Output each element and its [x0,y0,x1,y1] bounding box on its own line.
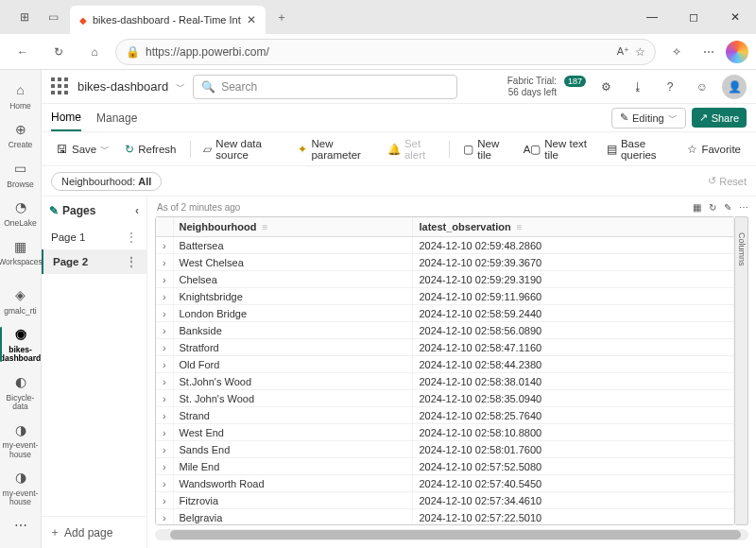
avatar[interactable]: 👤 [722,75,747,99]
expand-icon[interactable]: › [156,322,173,339]
page-item-1[interactable]: Page 1⋮ [42,225,146,249]
share-button[interactable]: ↗Share [692,108,747,128]
columns-handle[interactable]: Columns [735,216,748,525]
scrollbar-thumb[interactable] [170,530,741,539]
expand-icon[interactable]: › [156,237,173,254]
app-launcher-icon[interactable] [51,77,70,96]
expand-icon[interactable]: › [156,492,173,509]
favorite-button[interactable]: ☆Favorite [681,140,747,159]
settings-icon[interactable]: ⚙ [593,75,618,99]
new-text-tile-button[interactable]: A▢New text tile [518,135,597,163]
extensions-icon[interactable]: ✧ [662,37,692,67]
reader-icon[interactable]: A⁺ [617,45,629,58]
tab-overview-icon[interactable]: ▭ [45,9,60,25]
expand-icon[interactable]: › [156,458,173,475]
profile-icon[interactable]: ⊞ [17,9,32,25]
table-row[interactable]: ›Fitzrovia2024-12-10 02:57:34.4610 [156,492,734,509]
expand-icon[interactable]: › [156,475,173,492]
table-row[interactable]: ›Battersea2024-12-10 02:59:48.2860 [156,237,734,254]
rail-browse[interactable]: ▭Browse [0,156,42,193]
close-tab-icon[interactable]: ✕ [247,13,256,26]
menu-icon[interactable]: ⋯ [694,37,724,67]
page-item-2[interactable]: Page 2⋮ [42,249,146,274]
help-icon[interactable]: ? [658,75,682,99]
table-row[interactable]: ›Mile End2024-12-10 02:57:52.5080 [156,458,734,475]
close-button[interactable]: ✕ [714,2,756,32]
table-row[interactable]: ›St.John's Wood2024-12-10 02:58:38.0140 [156,373,734,390]
expand-icon[interactable]: › [156,288,173,305]
column-menu-icon[interactable]: ≡ [262,222,267,232]
base-queries-button[interactable]: ▤Base queries [601,135,679,163]
refresh-button[interactable]: ↻Refresh [119,140,181,159]
expand-icon[interactable]: › [156,390,173,407]
copilot-icon[interactable] [726,41,748,63]
chevron-down-icon[interactable]: ﹀ [176,80,185,94]
data-table[interactable]: Neighbourhood≡ latest_observation≡ ›Batt… [155,216,735,525]
more-icon[interactable]: ⋮ [126,231,137,244]
search-input[interactable]: 🔍 Search [193,75,457,99]
table-row[interactable]: ›Belgravia2024-12-10 02:57:22.5010 [156,509,734,526]
grid-icon[interactable]: ▦ [693,202,701,213]
maximize-button[interactable]: ◻ [673,2,714,32]
table-row[interactable]: ›West End2024-12-10 02:58:10.8800 [156,424,734,441]
browser-tab[interactable]: ◆ bikes-dashboard - Real-Time Int ✕ [70,6,266,34]
rail-onelake[interactable]: ◔OneLake [0,195,42,231]
url-input[interactable]: 🔒 https://app.powerbi.com/ A⁺ ☆ [115,39,656,65]
rail-bicycle-data[interactable]: ◐Bicycle-data [0,369,42,416]
rail-eventhouse-1[interactable]: ◑my-event-house [0,417,42,463]
download-icon[interactable]: ⭳ [626,75,650,99]
new-parameter-button[interactable]: ✦New parameter [292,135,377,163]
rail-create[interactable]: ⊕Create [0,116,42,153]
column-menu-icon[interactable]: ≡ [517,222,523,232]
reset-filters-button[interactable]: ↺Reset [708,175,747,187]
table-row[interactable]: ›Sands End2024-12-10 02:58:01.7600 [156,441,734,458]
table-row[interactable]: ›Strand2024-12-10 02:58:25.7640 [156,407,734,424]
expand-icon[interactable]: › [156,339,173,356]
back-button[interactable]: ← [8,37,38,67]
table-row[interactable]: ›St. John's Wood2024-12-10 02:58:35.0940 [156,390,734,407]
workspace-name[interactable]: bikes-dashboard [77,79,168,94]
expand-icon[interactable]: › [156,509,173,526]
expand-icon[interactable]: › [156,424,173,441]
minimize-button[interactable]: — [631,2,673,32]
edit-visual-icon[interactable]: ✎ [724,202,731,213]
expand-icon[interactable]: › [156,356,173,373]
horizontal-scrollbar[interactable] [155,529,748,540]
table-row[interactable]: ›Stratford2024-12-10 02:58:47.1160 [156,339,734,356]
rail-more[interactable]: ⋯ [0,513,42,541]
expand-icon[interactable]: › [156,373,173,390]
more-icon[interactable]: ⋮ [126,255,137,268]
new-tile-button[interactable]: ▢New tile [457,135,513,163]
home-button[interactable]: ⌂ [79,37,110,67]
expand-icon[interactable]: › [156,441,173,458]
rail-eventhouse-2[interactable]: ◑my-event-house [0,465,42,511]
feedback-icon[interactable]: ☺ [690,75,714,99]
tab-manage[interactable]: Manage [96,106,137,130]
table-row[interactable]: ›Bankside2024-12-10 02:58:56.0890 [156,322,734,339]
trial-status[interactable]: Fabric Trial:56 days left [507,76,557,98]
expand-icon[interactable]: › [156,254,173,271]
new-data-source-button[interactable]: ▱New data source [198,135,288,163]
more-visual-icon[interactable]: ⋯ [739,202,748,213]
editing-dropdown[interactable]: ✎Editing﹀ [611,108,686,128]
table-row[interactable]: ›Chelsea2024-12-10 02:59:29.3190 [156,271,734,288]
table-row[interactable]: ›Wandsworth Road2024-12-10 02:57:40.5450 [156,475,734,492]
col-latest[interactable]: latest_observation≡ [413,217,734,237]
neighbourhood-filter[interactable]: Neighbourhood: All [51,172,162,191]
collapse-icon[interactable]: ‹ [135,204,139,217]
expand-icon[interactable]: › [156,407,173,424]
add-page-button[interactable]: ＋Add page [42,516,146,548]
expand-icon[interactable]: › [156,305,173,322]
tab-home[interactable]: Home [51,105,81,131]
rail-bikes-dashboard[interactable]: ◉bikes-dashboard [0,321,42,368]
refresh-button[interactable]: ↻ [43,37,74,67]
rail-home[interactable]: ⌂Home [0,77,42,114]
table-row[interactable]: ›Old Ford2024-12-10 02:58:44.2380 [156,356,734,373]
save-button[interactable]: 🖫Save﹀ [51,140,115,159]
col-neighbourhood[interactable]: Neighbourhood≡ [173,217,413,237]
favorite-icon[interactable]: ☆ [635,45,645,59]
refresh-visual-icon[interactable]: ↻ [709,202,716,213]
table-row[interactable]: ›London Bridge2024-12-10 02:58:59.2440 [156,305,734,322]
expand-icon[interactable]: › [156,271,173,288]
rail-gmalc[interactable]: ◈gmalc_rti [0,283,42,319]
